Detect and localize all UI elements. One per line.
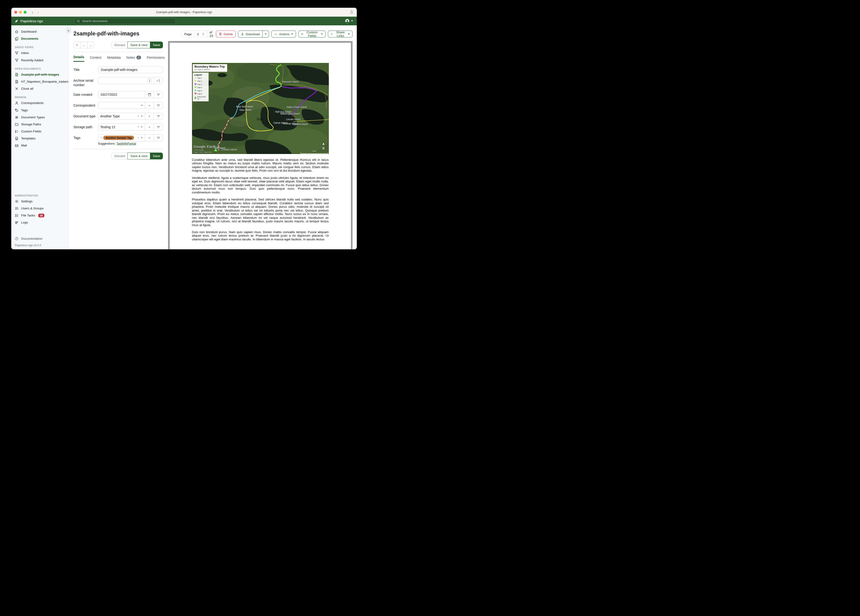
download-options-caret[interactable] (263, 30, 269, 38)
sidebar-item-documentation[interactable]: Documentation (11, 235, 68, 242)
calendar-icon[interactable] (145, 91, 154, 98)
browser-forward-icon[interactable]: › (37, 10, 39, 14)
sidebar-section-header: SAVED VIEWS (15, 46, 68, 49)
asn-plus-one-button[interactable]: +1 (154, 77, 163, 84)
tag-icon (15, 108, 19, 112)
next-document-button[interactable]: → (87, 42, 94, 48)
sidebar: DashboardDocumentsSAVED VIEWSInboxRecent… (11, 25, 69, 249)
download-button[interactable]: Download (238, 30, 263, 38)
tab-label: Content (90, 56, 101, 60)
sidebar-item-label: Mail (21, 144, 27, 148)
sidebar-item-2sample-pdf-with-images[interactable]: 2sample-pdf-with-images (11, 71, 68, 78)
storage-path-select[interactable]: Testing 12 × (98, 124, 145, 130)
tab-label: Permissions (147, 56, 165, 60)
page-number-input[interactable] (197, 32, 202, 36)
app-brand[interactable]: Paperless-ngx (14, 19, 74, 23)
tab-metadata[interactable]: Metadata (107, 55, 121, 62)
storage-path-filter-icon[interactable] (154, 124, 163, 130)
sidebar-item-settings[interactable]: Settings (11, 198, 68, 205)
sidebar-item-logs[interactable]: Logs (11, 219, 68, 226)
map-label-squirrel-island: Squirrel Island (293, 123, 308, 126)
desktop-background: ‹ › 2sample-pdf-with-images - Paperless-… (0, 0, 368, 264)
hash-icon (15, 115, 19, 119)
search-box[interactable] (74, 18, 176, 24)
map-title-box: Boundary Waters Trip Six days in BWCA (193, 64, 227, 72)
remove-tag-icon[interactable]: × (100, 136, 102, 140)
save-button[interactable]: Save (150, 42, 163, 48)
save-next-button[interactable]: Save & next (127, 152, 150, 159)
tag-chip[interactable]: Another Sample Tag (103, 136, 134, 140)
custom-fields-button[interactable]: Custom Fields (298, 30, 326, 38)
suggestion-link[interactable]: TagWithPartial (116, 142, 136, 145)
page-title: 2sample-pdf-with-images (74, 30, 163, 37)
date-filter-icon[interactable] (154, 91, 163, 98)
page-stepper[interactable]: ▲▼ (202, 31, 205, 37)
sidebar-item-label: Inbox (21, 51, 29, 55)
sidebar-item-document-types[interactable]: Document Types (11, 114, 68, 121)
share-icon[interactable] (350, 10, 353, 15)
delete-button[interactable]: Delete (216, 30, 235, 38)
sidebar-item-correspondents[interactable]: Correspondents (11, 99, 68, 107)
map-label-washington-island: Washington Island (281, 112, 300, 115)
title-input[interactable] (100, 68, 160, 72)
sidebar-item-file-tasks[interactable]: File Tasks16 (11, 212, 68, 219)
sidebar-collapse-button[interactable]: « (66, 27, 71, 33)
save-button[interactable]: Save (150, 152, 163, 159)
previous-document-button[interactable]: ← (80, 42, 87, 48)
share-links-button[interactable]: Share Links (328, 30, 353, 38)
tags-select[interactable]: × Another Sample Tag × (98, 135, 145, 141)
tags-filter-icon[interactable] (154, 135, 163, 141)
legend-item-day-1: Day 1 (195, 77, 207, 79)
close-document-button[interactable]: × (74, 42, 80, 48)
asn-stepper[interactable]: ▲▼ (148, 78, 152, 83)
sidebar-item-recently-added[interactable]: Recently Added (11, 57, 68, 64)
add-tag-button[interactable]: + (145, 135, 154, 141)
search-input[interactable] (82, 19, 173, 23)
correspondent-filter-icon[interactable] (154, 102, 163, 109)
add-storage-path-button[interactable]: + (145, 124, 154, 130)
sidebar-item-users-groups[interactable]: Users & Groups (11, 205, 68, 212)
document-type-filter-icon[interactable] (154, 113, 163, 119)
sidebar-item-templates[interactable]: Templates (11, 135, 68, 142)
chevron-down-icon (141, 127, 143, 127)
sidebar-item-dashboard[interactable]: Dashboard (11, 28, 68, 35)
tab-content[interactable]: Content (90, 55, 101, 62)
sidebar-item-inbox[interactable]: Inbox (11, 50, 68, 57)
sidebar-item-custom-fields[interactable]: Custom Fields (11, 128, 68, 135)
sidebar-item-h7-napoleon-bonaparte-zadanie[interactable]: H7_Napoleon_Bonaparte_zadanie (11, 78, 68, 85)
actions-button[interactable]: ⋯ Actions (271, 30, 296, 38)
tab-permissions[interactable]: Permissions (147, 55, 165, 62)
document-type-select[interactable]: Another Type × (98, 113, 145, 119)
sidebar-section-header: MANAGE (15, 96, 68, 99)
person-icon (15, 101, 19, 105)
user-menu[interactable] (345, 19, 353, 23)
discard-button[interactable]: Discard (111, 42, 128, 48)
discard-button[interactable]: Discard (111, 152, 128, 159)
sidebar-item-tags[interactable]: Tags (11, 107, 68, 114)
add-correspondent-button[interactable]: + (145, 102, 154, 109)
sidebar-spacer (11, 149, 68, 191)
minimize-window-button[interactable] (19, 11, 22, 14)
tab-details[interactable]: Details (74, 55, 84, 62)
add-document-type-button[interactable]: + (145, 113, 154, 119)
sidebar-item-close-all[interactable]: Close all (11, 85, 68, 92)
close-window-button[interactable] (14, 11, 17, 14)
zoom-window-button[interactable] (24, 11, 27, 14)
tab-notes[interactable]: Notes1 (126, 55, 141, 62)
correspondent-select[interactable] (98, 102, 145, 109)
clear-icon[interactable]: × (138, 125, 139, 129)
browser-back-icon[interactable]: ‹ (32, 10, 33, 14)
pdf-viewer-frame[interactable]: Text Hausons IslandNew York IslandGary I… (168, 41, 353, 249)
page-navigation: Page ▲▼ of 10 (182, 30, 216, 38)
asn-input[interactable] (100, 79, 148, 83)
sidebar-item-documents[interactable]: Documents (11, 35, 68, 42)
search-icon (77, 19, 80, 23)
date-created-input[interactable] (100, 93, 143, 97)
sidebar-item-mail[interactable]: Mail (11, 142, 68, 149)
sidebar-item-storage-paths[interactable]: Storage Paths (11, 121, 68, 128)
map-legend: Legend Day 1Day 2Day 3Day 4Day 5Day 6Ent… (193, 73, 209, 101)
clear-icon[interactable]: × (138, 136, 139, 140)
filter-icon (15, 58, 19, 62)
save-next-button[interactable]: Save & next (127, 42, 150, 48)
clear-icon[interactable]: × (138, 115, 139, 118)
